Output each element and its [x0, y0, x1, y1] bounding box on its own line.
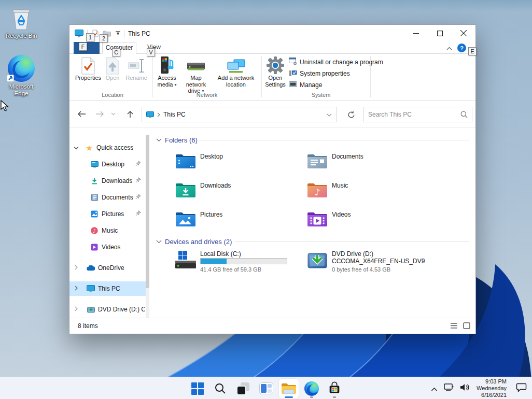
address-bar[interactable]: This PC: [142, 107, 337, 122]
collapse-ribbon-chevron-icon[interactable]: [446, 45, 452, 52]
start-button[interactable]: [188, 379, 207, 398]
file-explorer-button[interactable]: [279, 379, 299, 398]
back-button[interactable]: [74, 106, 89, 122]
system-properties-button[interactable]: System properties: [289, 68, 350, 79]
sidebar-item-downloads[interactable]: Downloads: [69, 174, 146, 188]
search-box[interactable]: [363, 107, 472, 122]
widgets-button[interactable]: [256, 379, 276, 398]
search-button[interactable]: [211, 379, 230, 398]
sidebar-item-pictures[interactable]: Pictures: [69, 207, 146, 221]
chevron-down-icon[interactable]: [156, 240, 162, 244]
rename-label: Rename: [125, 75, 147, 81]
help-icon[interactable]: ?: [457, 44, 466, 52]
sidebar-scrollbar[interactable]: [146, 135, 149, 330]
volume-tray-icon[interactable]: [460, 383, 470, 393]
recent-locations-dropdown[interactable]: [107, 106, 119, 122]
chevron-down-icon[interactable]: [156, 138, 162, 142]
minimize-button[interactable]: [404, 25, 428, 41]
breadcrumb[interactable]: This PC: [163, 111, 186, 118]
edge-icon: [304, 381, 319, 396]
map-drive-label-1: Map network: [180, 75, 212, 88]
sidebar-item-videos[interactable]: Videos: [69, 240, 146, 254]
tray-chevron-up-icon[interactable]: [431, 384, 438, 393]
folder-tile-pictures[interactable]: Pictures: [175, 208, 302, 233]
qat-customize-dropdown[interactable]: ▼: [116, 31, 120, 36]
breadcrumb-chevron-icon[interactable]: [157, 112, 160, 117]
section-header-devices[interactable]: Devices and drives (2): [156, 237, 469, 246]
chevron-right-icon[interactable]: [75, 306, 78, 313]
taskbar: 9:03 PM Wednesday 6/16/2021: [0, 377, 532, 399]
map-network-drive-button[interactable]: Map network drive ▾: [180, 55, 212, 95]
task-view-button[interactable]: [233, 379, 253, 398]
rename-button[interactable]: Rename: [124, 55, 149, 81]
add-network-location-button[interactable]: Add a network location: [215, 55, 257, 88]
music-folder-icon: ♪: [307, 179, 328, 202]
pictures-icon: [90, 210, 99, 218]
desktop-icon-label: Microsoft Edge: [4, 83, 39, 97]
access-media-icon: [159, 55, 175, 75]
up-button[interactable]: [122, 106, 138, 122]
drive-tile-local-disk[interactable]: Local Disk (C:) 41.4 GB free of 59.3 GB: [175, 250, 302, 275]
search-icon[interactable]: [460, 111, 468, 118]
downloads-folder-icon: [175, 179, 196, 202]
search-input[interactable]: [368, 111, 460, 118]
drive-tile-dvd[interactable]: DVD Drive (D:) CCCOMA_X64FRE_EN-US_DV9 0…: [307, 250, 452, 275]
refresh-button[interactable]: [343, 107, 359, 122]
notifications-icon[interactable]: [516, 383, 527, 394]
sidebar-item-onedrive[interactable]: OneDrive: [69, 261, 146, 275]
desktop-icon-edge[interactable]: Microsoft Edge: [4, 55, 39, 97]
sidebar-item-documents[interactable]: Documents: [69, 190, 146, 205]
desktop-folder-icon: [175, 150, 196, 173]
open-icon: [105, 55, 120, 75]
sidebar-item-quick-access[interactable]: ★ Quick access: [69, 140, 146, 155]
desktop: Recycle Bin Microsoft Edge: [0, 0, 532, 399]
dvd-name: DVD Drive (D:): [332, 250, 373, 258]
properties-button[interactable]: Properties: [76, 55, 100, 81]
manage-button[interactable]: Manage: [289, 80, 322, 90]
group-separator: [152, 56, 153, 97]
chevron-down-icon[interactable]: [74, 144, 79, 151]
forward-button[interactable]: [92, 106, 107, 122]
uninstall-program-button[interactable]: Uninstall or change a program: [289, 57, 383, 67]
network-tray-icon[interactable]: [444, 383, 454, 393]
large-icons-view-button[interactable]: [463, 322, 470, 331]
system-properties-icon: [289, 69, 297, 78]
address-dropdown-icon[interactable]: [327, 111, 332, 118]
documents-icon: [90, 193, 99, 202]
folder-tile-downloads[interactable]: Downloads: [175, 179, 302, 204]
sidebar-item-this-pc[interactable]: This PC: [69, 281, 146, 296]
navigation-bar: This PC: [69, 101, 475, 128]
open-button[interactable]: Open: [102, 55, 123, 81]
file-explorer-window: ▼ This PC 1 2 F C V E Computer View: [69, 24, 476, 334]
pin-icon: [135, 161, 141, 168]
maximize-button[interactable]: [428, 25, 452, 41]
scrollbar-thumb[interactable]: [146, 135, 149, 288]
folder-tile-documents[interactable]: Documents: [307, 150, 433, 175]
svg-text:♪: ♪: [93, 228, 96, 234]
folder-tile-desktop[interactable]: Desktop: [175, 150, 302, 175]
folder-tile-videos[interactable]: Videos: [307, 208, 433, 233]
store-button[interactable]: [325, 379, 344, 398]
desktop-icon-recycle-bin[interactable]: Recycle Bin: [4, 6, 39, 39]
this-pc-window-icon: [75, 30, 83, 37]
chevron-right-icon[interactable]: [75, 285, 78, 292]
open-label: Open: [106, 75, 120, 81]
local-disk-icon: [175, 250, 197, 273]
clock[interactable]: 9:03 PM Wednesday 6/16/2021: [477, 378, 507, 398]
section-header-folders[interactable]: Folders (6): [156, 135, 469, 145]
add-location-label-2: location: [226, 81, 246, 88]
sidebar-item-dvd-drive[interactable]: DVD Drive (D:) CC: [69, 302, 146, 317]
sidebar-item-music[interactable]: ♪ Music: [69, 223, 146, 238]
properties-icon: [80, 55, 96, 75]
chevron-right-icon[interactable]: [75, 264, 78, 272]
folder-tile-music[interactable]: ♪ Music: [307, 179, 433, 204]
ribbon: Properties Open: [69, 54, 475, 101]
open-settings-button[interactable]: Open Settings: [263, 55, 287, 88]
sidebar-item-desktop[interactable]: Desktop: [69, 157, 146, 172]
add-network-location-icon: [226, 55, 246, 75]
details-view-button[interactable]: [450, 322, 458, 331]
access-media-button[interactable]: Access media ▾: [156, 55, 178, 89]
edge-button[interactable]: [302, 379, 321, 398]
keytip-qat2: 2: [100, 34, 108, 42]
close-button[interactable]: [452, 25, 475, 41]
